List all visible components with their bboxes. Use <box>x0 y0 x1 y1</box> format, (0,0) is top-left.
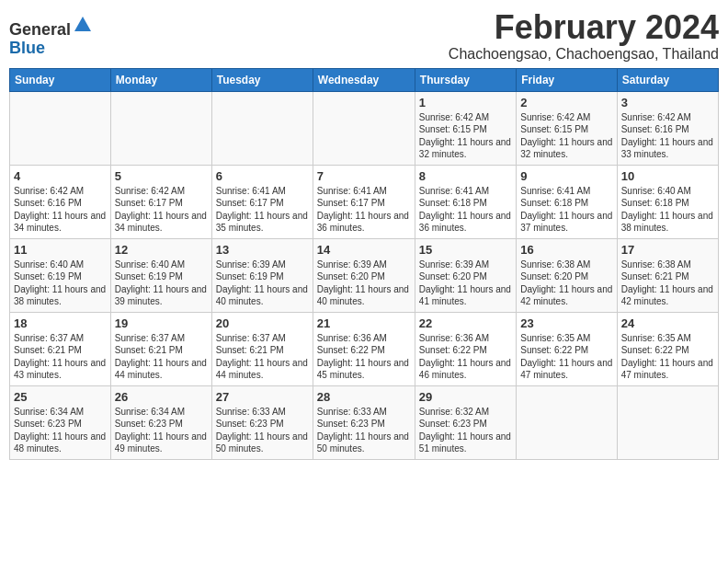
weekday-header-tuesday: Tuesday <box>211 68 313 91</box>
calendar-cell: 17Sunrise: 6:38 AMSunset: 6:21 PMDayligh… <box>617 238 718 312</box>
day-info: Sunrise: 6:42 AMSunset: 6:17 PMDaylight:… <box>115 185 208 235</box>
calendar-cell: 9Sunrise: 6:41 AMSunset: 6:18 PMDaylight… <box>517 165 617 238</box>
day-number: 6 <box>216 169 309 183</box>
calendar-table: SundayMondayTuesdayWednesdayThursdayFrid… <box>9 68 719 460</box>
logo: General Blue <box>9 15 93 58</box>
calendar-cell: 14Sunrise: 6:39 AMSunset: 6:20 PMDayligh… <box>313 238 415 312</box>
location-title: Chachoengsao, Chachoengsao, Thailand <box>449 46 719 63</box>
logo-blue: Blue <box>9 39 45 57</box>
calendar-week-5: 25Sunrise: 6:34 AMSunset: 6:23 PMDayligh… <box>10 385 719 459</box>
day-number: 27 <box>216 390 309 404</box>
month-title: February 2024 <box>449 9 719 46</box>
day-info: Sunrise: 6:32 AMSunset: 6:23 PMDaylight:… <box>419 406 512 455</box>
weekday-header-wednesday: Wednesday <box>313 68 415 91</box>
day-info: Sunrise: 6:42 AMSunset: 6:15 PMDaylight:… <box>419 111 512 161</box>
weekday-header-monday: Monday <box>110 68 211 91</box>
day-number: 15 <box>419 243 512 257</box>
day-number: 25 <box>14 390 107 404</box>
day-number: 8 <box>419 169 512 183</box>
day-number: 28 <box>317 390 411 404</box>
calendar-cell: 10Sunrise: 6:40 AMSunset: 6:18 PMDayligh… <box>617 165 718 238</box>
day-number: 5 <box>115 169 208 183</box>
day-number: 16 <box>520 243 612 257</box>
day-info: Sunrise: 6:36 AMSunset: 6:22 PMDaylight:… <box>317 332 411 382</box>
day-info: Sunrise: 6:35 AMSunset: 6:22 PMDaylight:… <box>520 332 612 382</box>
calendar-week-3: 11Sunrise: 6:40 AMSunset: 6:19 PMDayligh… <box>10 238 719 312</box>
day-number: 23 <box>520 316 612 330</box>
calendar-cell <box>110 91 211 165</box>
calendar-week-1: 1Sunrise: 6:42 AMSunset: 6:15 PMDaylight… <box>10 91 719 165</box>
day-info: Sunrise: 6:38 AMSunset: 6:20 PMDaylight:… <box>520 259 612 308</box>
weekday-header-friday: Friday <box>517 68 617 91</box>
day-number: 29 <box>419 390 512 404</box>
svg-marker-0 <box>74 17 91 31</box>
calendar-cell: 15Sunrise: 6:39 AMSunset: 6:20 PMDayligh… <box>415 238 516 312</box>
calendar-cell: 23Sunrise: 6:35 AMSunset: 6:22 PMDayligh… <box>517 312 617 385</box>
day-number: 3 <box>621 96 714 109</box>
weekday-header-saturday: Saturday <box>617 68 718 91</box>
day-info: Sunrise: 6:37 AMSunset: 6:21 PMDaylight:… <box>14 332 107 382</box>
weekday-header-sunday: Sunday <box>10 68 111 91</box>
day-info: Sunrise: 6:41 AMSunset: 6:17 PMDaylight:… <box>317 185 411 235</box>
calendar-cell <box>517 385 617 459</box>
calendar-cell: 19Sunrise: 6:37 AMSunset: 6:21 PMDayligh… <box>110 312 211 385</box>
calendar-cell: 6Sunrise: 6:41 AMSunset: 6:17 PMDaylight… <box>211 165 313 238</box>
calendar-cell: 4Sunrise: 6:42 AMSunset: 6:16 PMDaylight… <box>10 165 111 238</box>
calendar-cell: 27Sunrise: 6:33 AMSunset: 6:23 PMDayligh… <box>211 385 313 459</box>
calendar-cell: 22Sunrise: 6:36 AMSunset: 6:22 PMDayligh… <box>415 312 516 385</box>
logo-general: General <box>9 20 71 39</box>
logo-icon <box>73 15 93 35</box>
day-info: Sunrise: 6:40 AMSunset: 6:19 PMDaylight:… <box>115 259 208 308</box>
day-info: Sunrise: 6:37 AMSunset: 6:21 PMDaylight:… <box>115 332 208 382</box>
day-info: Sunrise: 6:42 AMSunset: 6:16 PMDaylight:… <box>621 111 714 161</box>
calendar-cell: 20Sunrise: 6:37 AMSunset: 6:21 PMDayligh… <box>211 312 313 385</box>
calendar-cell: 3Sunrise: 6:42 AMSunset: 6:16 PMDaylight… <box>617 91 718 165</box>
page-header: General Blue February 2024 Chachoengsao,… <box>9 9 719 63</box>
calendar-cell: 2Sunrise: 6:42 AMSunset: 6:15 PMDaylight… <box>517 91 617 165</box>
day-info: Sunrise: 6:39 AMSunset: 6:20 PMDaylight:… <box>317 259 411 308</box>
day-number: 14 <box>317 243 411 257</box>
day-info: Sunrise: 6:41 AMSunset: 6:17 PMDaylight:… <box>216 185 309 235</box>
day-number: 20 <box>216 316 309 330</box>
calendar-week-4: 18Sunrise: 6:37 AMSunset: 6:21 PMDayligh… <box>10 312 719 385</box>
calendar-cell <box>10 91 111 165</box>
day-info: Sunrise: 6:41 AMSunset: 6:18 PMDaylight:… <box>520 185 612 235</box>
weekday-header-row: SundayMondayTuesdayWednesdayThursdayFrid… <box>10 68 719 91</box>
day-info: Sunrise: 6:37 AMSunset: 6:21 PMDaylight:… <box>216 332 309 382</box>
day-number: 10 <box>621 169 714 183</box>
calendar-cell: 5Sunrise: 6:42 AMSunset: 6:17 PMDaylight… <box>110 165 211 238</box>
calendar-cell: 16Sunrise: 6:38 AMSunset: 6:20 PMDayligh… <box>517 238 617 312</box>
day-info: Sunrise: 6:40 AMSunset: 6:19 PMDaylight:… <box>14 259 107 308</box>
calendar-cell: 13Sunrise: 6:39 AMSunset: 6:19 PMDayligh… <box>211 238 313 312</box>
calendar-cell: 18Sunrise: 6:37 AMSunset: 6:21 PMDayligh… <box>10 312 111 385</box>
calendar-cell: 8Sunrise: 6:41 AMSunset: 6:18 PMDaylight… <box>415 165 516 238</box>
day-number: 24 <box>621 316 714 330</box>
day-info: Sunrise: 6:33 AMSunset: 6:23 PMDaylight:… <box>317 406 411 455</box>
title-section: February 2024 Chachoengsao, Chachoengsao… <box>449 9 719 63</box>
calendar-cell <box>211 91 313 165</box>
day-info: Sunrise: 6:35 AMSunset: 6:22 PMDaylight:… <box>621 332 714 382</box>
day-number: 19 <box>115 316 208 330</box>
calendar-week-2: 4Sunrise: 6:42 AMSunset: 6:16 PMDaylight… <box>10 165 719 238</box>
weekday-header-thursday: Thursday <box>415 68 516 91</box>
day-info: Sunrise: 6:39 AMSunset: 6:20 PMDaylight:… <box>419 259 512 308</box>
day-number: 2 <box>520 96 612 109</box>
day-number: 7 <box>317 169 411 183</box>
day-info: Sunrise: 6:39 AMSunset: 6:19 PMDaylight:… <box>216 259 309 308</box>
day-info: Sunrise: 6:41 AMSunset: 6:18 PMDaylight:… <box>419 185 512 235</box>
day-number: 1 <box>419 96 512 109</box>
calendar-cell: 26Sunrise: 6:34 AMSunset: 6:23 PMDayligh… <box>110 385 211 459</box>
day-info: Sunrise: 6:34 AMSunset: 6:23 PMDaylight:… <box>14 406 107 455</box>
day-number: 12 <box>115 243 208 257</box>
day-number: 11 <box>14 243 107 257</box>
day-number: 4 <box>14 169 107 183</box>
day-number: 21 <box>317 316 411 330</box>
calendar-cell <box>617 385 718 459</box>
day-number: 9 <box>520 169 612 183</box>
calendar-cell: 21Sunrise: 6:36 AMSunset: 6:22 PMDayligh… <box>313 312 415 385</box>
day-number: 26 <box>115 390 208 404</box>
day-info: Sunrise: 6:36 AMSunset: 6:22 PMDaylight:… <box>419 332 512 382</box>
calendar-cell: 29Sunrise: 6:32 AMSunset: 6:23 PMDayligh… <box>415 385 516 459</box>
day-info: Sunrise: 6:42 AMSunset: 6:15 PMDaylight:… <box>520 111 612 161</box>
day-number: 13 <box>216 243 309 257</box>
